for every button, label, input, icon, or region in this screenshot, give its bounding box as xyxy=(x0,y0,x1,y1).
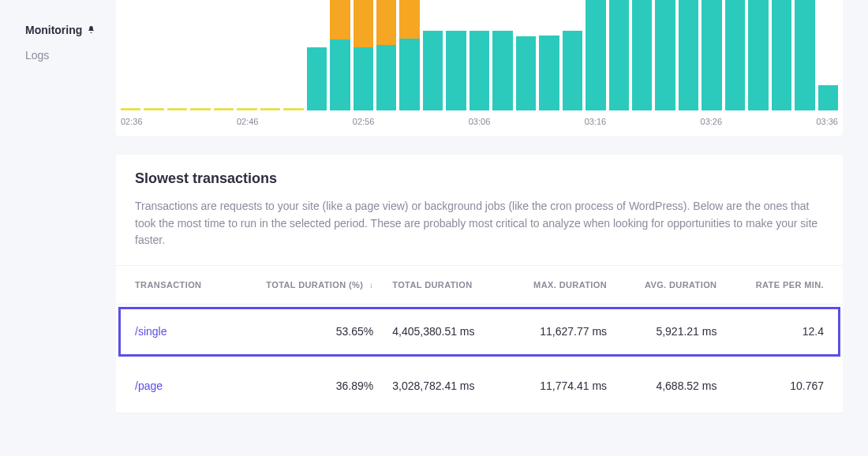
cell-max-duration: 11,627.77 ms xyxy=(505,305,616,359)
chart-bar[interactable] xyxy=(563,0,582,110)
chart-bar[interactable] xyxy=(516,0,536,110)
chart-bar[interactable] xyxy=(376,0,396,110)
x-axis-tick: 02:46 xyxy=(237,117,259,126)
x-axis-tick: 02:36 xyxy=(121,117,143,126)
x-axis-tick: 03:36 xyxy=(816,117,838,126)
chart-bar[interactable] xyxy=(818,0,838,110)
cell-total-duration-pct: 36.89% xyxy=(230,359,383,413)
sidebar: Monitoring Logs xyxy=(0,0,116,456)
chart-bar[interactable] xyxy=(399,0,419,110)
main-content: 02:3602:4602:5603:0603:1603:2603:36 Slow… xyxy=(116,0,868,456)
chart-bar[interactable] xyxy=(725,0,745,110)
sidebar-item-logs[interactable]: Logs xyxy=(0,43,116,68)
chart-bar[interactable] xyxy=(330,0,350,110)
chart-bar[interactable] xyxy=(655,0,675,110)
chart-bar[interactable] xyxy=(190,0,210,110)
x-axis-tick: 03:26 xyxy=(701,117,723,126)
cell-total-duration: 4,405,380.51 ms xyxy=(383,305,505,359)
x-axis-tick: 03:16 xyxy=(585,117,607,126)
chart-bar[interactable] xyxy=(121,0,140,110)
bell-icon xyxy=(87,25,95,36)
sidebar-item-monitoring[interactable]: Monitoring xyxy=(0,17,116,43)
col-avg-duration[interactable]: AVG. DURATION xyxy=(616,266,726,305)
chart-bar[interactable] xyxy=(354,0,373,110)
col-total-duration-pct[interactable]: TOTAL DURATION (%) ↓ xyxy=(230,266,383,305)
chart-bar[interactable] xyxy=(748,0,768,110)
cell-total-duration: 3,028,782.41 ms xyxy=(383,359,505,413)
chart-bar[interactable] xyxy=(795,0,814,110)
chart-bar[interactable] xyxy=(679,0,698,110)
cell-total-duration-pct: 53.65% xyxy=(230,305,383,359)
cell-avg-duration: 4,688.52 ms xyxy=(616,359,726,413)
stacked-bar-chart[interactable] xyxy=(116,0,843,110)
slowest-transactions-card: Slowest transactions Transactions are re… xyxy=(116,155,843,413)
sidebar-item-label: Logs xyxy=(25,49,49,62)
cell-max-duration: 11,774.41 ms xyxy=(505,359,616,413)
table-header-row: TRANSACTION TOTAL DURATION (%) ↓ TOTAL D… xyxy=(116,266,843,305)
sort-descending-icon: ↓ xyxy=(369,281,373,290)
chart-bar[interactable] xyxy=(237,0,256,110)
chart-bar[interactable] xyxy=(539,0,559,110)
col-transaction[interactable]: TRANSACTION xyxy=(116,266,230,305)
table-row[interactable]: /page36.89%3,028,782.41 ms11,774.41 ms4,… xyxy=(116,359,843,413)
sidebar-item-label: Monitoring xyxy=(25,24,82,36)
chart-bar[interactable] xyxy=(307,0,327,110)
chart-x-axis: 02:3602:4602:5603:0603:1603:2603:36 xyxy=(116,110,843,126)
chart-card: 02:3602:4602:5603:0603:1603:2603:36 xyxy=(116,0,843,136)
x-axis-tick: 02:56 xyxy=(353,117,375,126)
chart-bar[interactable] xyxy=(702,0,721,110)
chart-bar[interactable] xyxy=(586,0,605,110)
section-description: Transactions are requests to your site (… xyxy=(135,198,824,249)
slowest-transactions-table: TRANSACTION TOTAL DURATION (%) ↓ TOTAL D… xyxy=(116,265,843,413)
cell-rate-per-min: 10.767 xyxy=(726,359,843,413)
chart-bar[interactable] xyxy=(609,0,629,110)
cell-rate-per-min: 12.4 xyxy=(726,305,843,359)
chart-bar[interactable] xyxy=(446,0,466,110)
section-title: Slowest transactions xyxy=(135,170,824,187)
chart-bar[interactable] xyxy=(283,0,303,110)
col-max-duration[interactable]: MAX. DURATION xyxy=(505,266,616,305)
chart-bar[interactable] xyxy=(260,0,280,110)
transaction-link[interactable]: /page xyxy=(135,379,163,392)
cell-avg-duration: 5,921.21 ms xyxy=(616,305,726,359)
chart-bar[interactable] xyxy=(470,0,489,110)
x-axis-tick: 03:06 xyxy=(469,117,491,126)
col-total-duration[interactable]: TOTAL DURATION xyxy=(383,266,505,305)
chart-bar[interactable] xyxy=(423,0,443,110)
transaction-link[interactable]: /single xyxy=(135,325,166,338)
col-rate-per-min[interactable]: RATE PER MIN. xyxy=(726,266,843,305)
table-row[interactable]: /single53.65%4,405,380.51 ms11,627.77 ms… xyxy=(116,305,843,359)
chart-bar[interactable] xyxy=(144,0,163,110)
chart-bar[interactable] xyxy=(492,0,512,110)
chart-bar[interactable] xyxy=(214,0,234,110)
chart-bar[interactable] xyxy=(167,0,187,110)
chart-bar[interactable] xyxy=(772,0,791,110)
chart-bar[interactable] xyxy=(632,0,652,110)
